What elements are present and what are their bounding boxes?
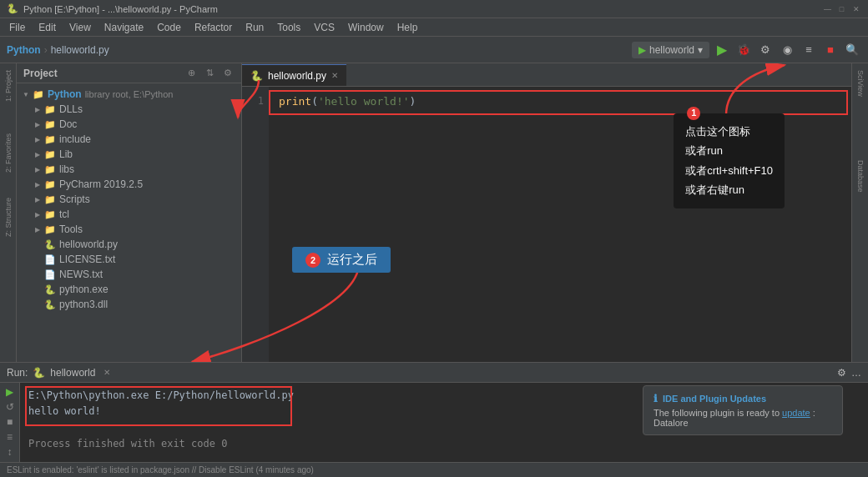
menu-code[interactable]: Code — [151, 20, 187, 35]
info-icon: ℹ — [654, 393, 658, 404]
settings-icon[interactable]: ⚙ — [221, 67, 235, 80]
window-controls: — □ ✕ — [822, 3, 861, 14]
python-folder-icon: 📁 — [32, 88, 45, 101]
breadcrumb: Python › helloworld.py — [7, 44, 109, 56]
tree-item-news[interactable]: ▶ 📄 NEWS.txt — [17, 267, 241, 282]
pycharm-folder-icon: 📁 — [43, 178, 57, 191]
menu-edit[interactable]: Edit — [33, 20, 62, 35]
menu-refactor[interactable]: Refactor — [189, 20, 238, 35]
annotation2-label: 2 运行之后 — [292, 247, 391, 273]
menu-view[interactable]: View — [63, 20, 97, 35]
tools-folder-icon: 📁 — [43, 223, 57, 236]
sidebar-label-structure[interactable]: Z: Structure — [4, 198, 13, 237]
libs-folder-icon: 📁 — [43, 163, 57, 176]
tree-item-doc[interactable]: ▶ 📁 Doc — [17, 117, 241, 132]
notification-title-text: IDE and Plugin Updates — [663, 394, 766, 404]
tab-py-icon: 🐍 — [250, 70, 263, 82]
run-panel-run-label: Run: — [7, 367, 28, 379]
left-sidebar: 1: Project 2: Favorites Z: Structure — [0, 63, 17, 362]
run-scroll-icon[interactable]: ↕ — [3, 446, 18, 458]
sidebar-sciview-label[interactable]: SciView — [855, 67, 866, 100]
project-panel-header: Project ⊕ ⇅ ⚙ — [17, 63, 241, 83]
news-file-icon: 📄 — [43, 268, 57, 281]
tree-item-python3-dll[interactable]: ▶ 🐍 python3.dll — [17, 297, 241, 312]
tree-root-path: library root, E:\Python — [85, 89, 174, 99]
tree-item-tools[interactable]: ▶ 📁 Tools — [17, 222, 241, 237]
status-bar: ESLint is enabled: 'eslint' is listed in… — [0, 462, 868, 477]
tree-item-libs[interactable]: ▶ 📁 libs — [17, 162, 241, 177]
minimize-button[interactable]: — — [822, 3, 833, 14]
python-exe-icon: 🐍 — [43, 283, 57, 296]
run-config-dropdown-icon: ▾ — [698, 44, 703, 56]
title-bar: 🐍 Python [E:\Python] - ...\helloworld.py… — [0, 0, 868, 18]
search-everywhere-button[interactable]: 🔍 — [843, 41, 861, 59]
menu-file[interactable]: File — [3, 20, 31, 35]
sidebar-label-project[interactable]: 1: Project — [4, 70, 13, 102]
dlls-folder-icon: 📁 — [43, 103, 57, 116]
concurrency-button[interactable]: ≡ — [800, 41, 818, 59]
tree-item-helloworld[interactable]: ▶ 🐍 helloworld.py — [17, 237, 241, 252]
tree-root-arrow[interactable]: ▼ — [20, 88, 32, 100]
include-folder-icon: 📁 — [43, 133, 57, 146]
annotation2-circle: 2 — [305, 253, 320, 268]
tree-root[interactable]: ▼ 📁 Python library root, E:\Python — [17, 87, 241, 102]
run-panel-close-button[interactable]: ✕ — [103, 368, 110, 377]
run-rerun-icon[interactable]: ↺ — [3, 401, 18, 413]
annotation1-box: 1 点击这个图标 或者run 或者crtl+shift+F10 或者右键run — [674, 113, 785, 208]
right-sidebar: SciView Database — [851, 63, 868, 362]
sync-icon[interactable]: ⇅ — [203, 67, 216, 80]
tree-item-python-exe[interactable]: ▶ 🐍 python.exe — [17, 282, 241, 297]
tree-item-lib[interactable]: ▶ 📁 Lib — [17, 147, 241, 162]
profile-button[interactable]: ◉ — [778, 41, 796, 59]
menu-run[interactable]: Run — [240, 20, 270, 35]
editor-tab-helloworld[interactable]: 🐍 helloworld.py ✕ — [242, 64, 346, 86]
run-button[interactable]: ▶ — [713, 41, 731, 59]
sidebar-database-label[interactable]: Database — [855, 157, 866, 196]
tree-item-tcl[interactable]: ▶ 📁 tcl — [17, 207, 241, 222]
run-stop-icon[interactable]: ■ — [3, 416, 18, 428]
notification-update-link[interactable]: update — [782, 408, 810, 418]
tab-name: helloworld.py — [268, 70, 326, 82]
run-config-selector[interactable]: ▶ helloworld ▾ — [632, 42, 709, 58]
scripts-folder-icon: 📁 — [43, 193, 57, 206]
annotation1-line1: 点击这个图标 — [685, 122, 773, 141]
tree-item-dlls[interactable]: ▶ 📁 DLLs — [17, 102, 241, 117]
menu-window[interactable]: Window — [342, 20, 390, 35]
close-button[interactable]: ✕ — [850, 3, 861, 14]
sidebar-label-favorites[interactable]: 2: Favorites — [4, 133, 13, 173]
editor-tabs: 🐍 helloworld.py ✕ — [242, 63, 851, 87]
annotation2-text: 运行之后 — [327, 252, 377, 268]
breadcrumb-file: helloworld.py — [51, 44, 109, 56]
menu-tools[interactable]: Tools — [271, 20, 306, 35]
menu-bar: File Edit View Navigate Code Refactor Ru… — [0, 18, 868, 37]
run-panel-more-icon[interactable]: … — [851, 367, 861, 379]
menu-navigate[interactable]: Navigate — [98, 20, 149, 35]
run-play-icon[interactable]: ▶ — [3, 386, 18, 398]
run-filter-icon[interactable]: ≡ — [3, 431, 18, 443]
tree-item-include[interactable]: ▶ 📁 include — [17, 132, 241, 147]
tree-item-pycharm[interactable]: ▶ 📁 PyCharm 2019.2.5 — [17, 177, 241, 192]
notification-body: The following plugin is ready to update … — [654, 408, 832, 428]
python3-dll-icon: 🐍 — [43, 298, 57, 311]
project-panel: Project ⊕ ⇅ ⚙ ▼ 📁 Python library root, E… — [17, 63, 242, 362]
maximize-button[interactable]: □ — [836, 3, 847, 14]
tree-item-license[interactable]: ▶ 📄 LICENSE.txt — [17, 252, 241, 267]
add-icon[interactable]: ⊕ — [184, 67, 198, 80]
annotation1-line4: 或者右键run — [685, 180, 773, 199]
menu-help[interactable]: Help — [391, 20, 424, 35]
run-panel-config-icon: 🐍 — [33, 367, 45, 379]
toolbar: Python › helloworld.py ▶ helloworld ▾ ▶ … — [0, 37, 868, 63]
run-panel-settings-icon[interactable]: ⚙ — [837, 367, 846, 379]
coverage-button[interactable]: ⚙ — [756, 41, 775, 59]
run-config-icon: ▶ — [638, 44, 646, 56]
notification-title: ℹ IDE and Plugin Updates — [654, 393, 832, 404]
stop-button[interactable]: ■ — [821, 41, 840, 59]
app-icon: 🐍 — [7, 3, 18, 14]
menu-vcs[interactable]: VCS — [308, 20, 341, 35]
debug-button[interactable]: 🐞 — [734, 41, 753, 59]
tab-close-button[interactable]: ✕ — [331, 71, 338, 80]
tree-item-scripts[interactable]: ▶ 📁 Scripts — [17, 192, 241, 207]
tree-root-label: Python — [48, 88, 82, 100]
run-panel-header: Run: 🐍 helloworld ✕ ⚙ … — [0, 363, 868, 383]
license-file-icon: 📄 — [43, 253, 57, 266]
